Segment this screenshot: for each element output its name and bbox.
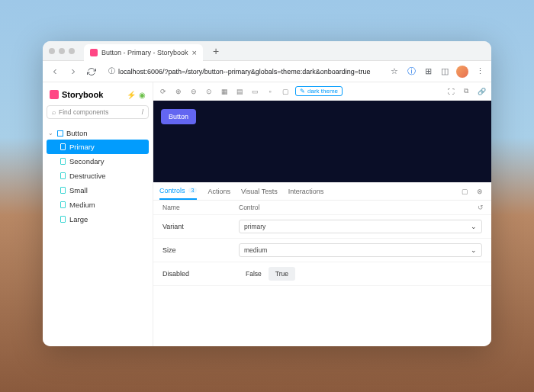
- sidebar-item-large[interactable]: Large: [47, 212, 149, 227]
- search-placeholder: Find components: [59, 108, 108, 116]
- col-control: Control: [239, 204, 259, 211]
- search-icon: ⌕: [52, 108, 56, 116]
- background-icon[interactable]: ▦: [219, 86, 230, 97]
- back-button[interactable]: [49, 66, 61, 78]
- panel-icon[interactable]: ◫: [439, 66, 450, 77]
- component-icon: [57, 130, 63, 137]
- chevron-down-icon: ⌄: [471, 223, 477, 230]
- sidebar-item-label: Destructive: [69, 172, 106, 180]
- preview-canvas: Button: [153, 101, 491, 182]
- story-icon: [60, 143, 66, 150]
- toggle-true[interactable]: True: [269, 267, 295, 281]
- tab-title: Button - Primary - Storybook: [101, 49, 188, 56]
- control-label: Size: [162, 246, 239, 254]
- viewport-icon[interactable]: ▭: [249, 86, 260, 97]
- preview-button[interactable]: Button: [161, 109, 196, 124]
- variant-select[interactable]: primary⌄: [239, 220, 482, 233]
- menu-icon[interactable]: ⋮: [474, 66, 485, 77]
- control-label: Variant: [162, 223, 239, 230]
- sidebar-item-secondary[interactable]: Secondary: [47, 154, 149, 169]
- select-value: medium: [244, 246, 267, 254]
- sidebar-item-destructive[interactable]: Destructive: [47, 169, 149, 183]
- storybook-logo[interactable]: Storybook: [50, 90, 103, 99]
- select-value: primary: [244, 223, 265, 230]
- tab-actions[interactable]: Actions: [207, 182, 230, 200]
- profile-avatar[interactable]: [456, 66, 468, 78]
- panel-collapse-icon[interactable]: ⊗: [474, 186, 485, 197]
- brand-text: Storybook: [62, 90, 103, 99]
- story-icon: [60, 187, 66, 194]
- fullscreen-icon[interactable]: ⛶: [446, 86, 456, 97]
- disabled-toggle[interactable]: False True: [239, 267, 482, 281]
- outline-icon[interactable]: ▢: [280, 86, 291, 97]
- grid-icon[interactable]: ▤: [234, 86, 245, 97]
- sidebar-item-label: Large: [69, 215, 88, 223]
- theme-selector[interactable]: ✎dark theme: [295, 86, 343, 96]
- story-icon: [60, 216, 66, 223]
- canvas-toolbar: ⟳ ⊕ ⊖ ⊙ ▦ ▤ ▭ ▫ ▢ ✎dark theme ⛶ ⧉ 🔗: [153, 82, 491, 101]
- theme-label: dark theme: [307, 88, 338, 95]
- star-icon[interactable]: ☆: [389, 66, 400, 77]
- toggle-false[interactable]: False: [239, 267, 269, 281]
- new-tab-button[interactable]: +: [209, 44, 223, 58]
- tab-controls[interactable]: Controls3: [159, 182, 197, 200]
- control-label: Disabled: [162, 270, 239, 278]
- window-max-dot[interactable]: [69, 48, 75, 54]
- group-label: Button: [66, 129, 87, 137]
- tab-visual-tests[interactable]: Visual Tests: [241, 182, 278, 200]
- controls-count-badge: 3: [188, 188, 198, 193]
- chevron-down-icon: ⌄: [48, 130, 54, 137]
- browser-tab[interactable]: Button - Primary - Storybook ×: [84, 44, 203, 61]
- browser-address-bar: ⓘ localhost:6006/?path=/story/button--pr…: [43, 61, 491, 82]
- story-icon: [60, 158, 66, 165]
- tab-interactions[interactable]: Interactions: [288, 182, 324, 200]
- window-close-dot[interactable]: [49, 48, 55, 54]
- url-input[interactable]: ⓘ localhost:6006/?path=/story/button--pr…: [104, 66, 383, 76]
- link-icon[interactable]: 🔗: [476, 86, 487, 97]
- globe-icon[interactable]: ◉: [139, 91, 146, 99]
- panel-pos-icon[interactable]: ▢: [459, 186, 470, 197]
- tree-group-button[interactable]: ⌄ Button: [47, 127, 149, 140]
- site-info-icon[interactable]: ⓘ: [108, 66, 115, 76]
- search-shortcut: /: [142, 108, 143, 116]
- sidebar-item-label: Medium: [69, 201, 95, 209]
- search-input[interactable]: ⌕Find components /: [47, 105, 149, 119]
- reload-button[interactable]: [85, 66, 98, 78]
- sidebar-item-small[interactable]: Small: [47, 183, 149, 198]
- url-text: localhost:6006/?path=/story/button--prim…: [118, 68, 370, 76]
- browser-titlebar: Button - Primary - Storybook × + ⌄: [43, 41, 491, 61]
- measure-icon[interactable]: ▫: [265, 86, 275, 97]
- sidebar-item-label: Primary: [69, 143, 95, 151]
- close-tab-icon[interactable]: ×: [192, 48, 197, 57]
- col-name: Name: [162, 204, 239, 211]
- forward-button[interactable]: [67, 66, 79, 78]
- storybook-sidebar: Storybook ⚡ ◉ ⌕Find components / ⌄ Butto…: [43, 82, 153, 346]
- brush-icon: ✎: [300, 88, 305, 95]
- zoom-out-icon[interactable]: ⊖: [188, 86, 199, 97]
- size-select[interactable]: medium⌄: [239, 243, 482, 257]
- addon-panel-tabs: Controls3 Actions Visual Tests Interacti…: [153, 182, 491, 201]
- storybook-favicon: [90, 49, 98, 56]
- chevron-down-icon: ⌄: [471, 246, 477, 254]
- story-icon: [60, 172, 66, 179]
- control-row-disabled: Disabled False True: [153, 262, 491, 286]
- storybook-logo-icon: [50, 90, 59, 99]
- lightning-icon[interactable]: ⚡: [127, 91, 136, 99]
- story-icon: [60, 201, 66, 208]
- window-min-dot[interactable]: [59, 48, 65, 54]
- refresh-icon[interactable]: ⟳: [158, 86, 169, 97]
- sidebar-item-label: Secondary: [69, 157, 104, 165]
- info-circle-icon[interactable]: ⓘ: [406, 66, 417, 77]
- sidebar-item-primary[interactable]: Primary: [47, 140, 149, 154]
- sidebar-item-label: Small: [69, 186, 88, 194]
- tab-label: Controls: [159, 187, 185, 194]
- sidebar-item-medium[interactable]: Medium: [47, 198, 149, 212]
- extensions-icon[interactable]: ⊞: [423, 66, 433, 77]
- open-tab-icon[interactable]: ⧉: [461, 86, 471, 97]
- control-row-variant: Variant primary⌄: [153, 215, 491, 239]
- zoom-reset-icon[interactable]: ⊙: [204, 86, 214, 97]
- zoom-in-icon[interactable]: ⊕: [173, 86, 184, 97]
- controls-header-row: Name Control ↺: [153, 201, 491, 215]
- control-row-size: Size medium⌄: [153, 239, 491, 262]
- reset-icon[interactable]: ↺: [478, 204, 484, 211]
